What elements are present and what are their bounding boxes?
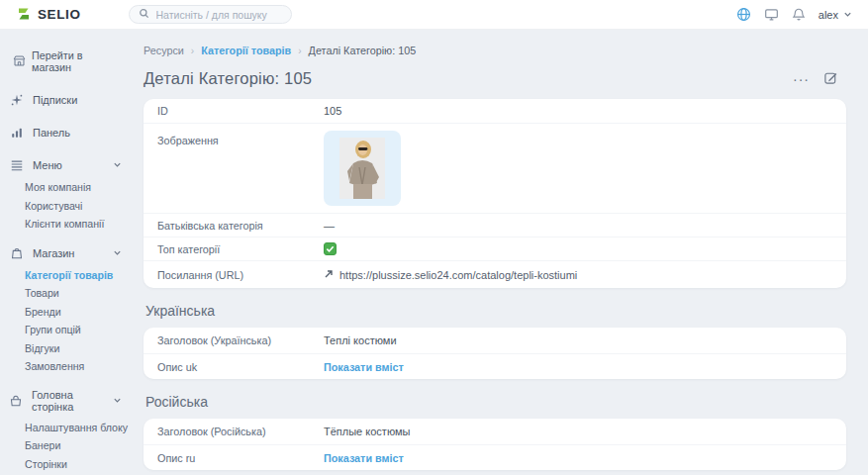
- sidebar-item-reviews[interactable]: Відгуки: [25, 339, 134, 358]
- row-label: ID: [157, 105, 324, 117]
- sidebar-item-brands[interactable]: Бренди: [25, 303, 134, 322]
- search-input[interactable]: [156, 9, 282, 21]
- detail-row-image: Зображення: [144, 123, 846, 213]
- page-title: Деталі Категорію: 105: [144, 69, 312, 88]
- breadcrumb-product-categories[interactable]: Категорії товарів: [201, 45, 291, 56]
- chevron-down-icon: [113, 247, 122, 259]
- global-search[interactable]: [129, 5, 292, 24]
- detail-row-url: Посилання (URL) https://plussize.selio24…: [144, 260, 846, 288]
- app-header: SELIO: [0, 0, 868, 30]
- section-title-russian: Російська: [145, 394, 846, 410]
- sidebar-group-label: Меню: [33, 159, 62, 171]
- chevron-down-icon: [843, 9, 852, 21]
- handbag-icon: [9, 394, 23, 408]
- row-label: Заголовок (Українська): [157, 334, 324, 346]
- sidebar-group-label: Панель: [33, 127, 70, 139]
- sidebar-item-subscriptions[interactable]: Підписки: [0, 87, 134, 113]
- detail-row-parent-category: Батьківська категорія —: [144, 213, 846, 237]
- sidebar-submenu-menu: Моя компанія Користувачі Клієнти компані…: [0, 178, 134, 234]
- top-category-checkbox[interactable]: [324, 242, 337, 255]
- edit-button[interactable]: [823, 70, 838, 88]
- edit-pencil-icon: [823, 70, 838, 88]
- main-content: Ресурси › Категорії товарів › Деталі Кат…: [134, 30, 868, 475]
- detail-row-title-ru: Заголовок (Російська) Тёплые костюмы: [144, 419, 846, 444]
- category-id-value: 105: [324, 105, 341, 117]
- breadcrumb-separator-icon: ›: [298, 46, 301, 56]
- sidebar-item-block-settings[interactable]: Налаштування блоку: [25, 419, 134, 437]
- row-label: Опис uk: [157, 361, 324, 373]
- breadcrumb-separator-icon: ›: [191, 46, 194, 56]
- notifications-bell-icon[interactable]: [792, 7, 806, 22]
- show-content-link-uk[interactable]: Показати вміст: [324, 361, 404, 373]
- ukrainian-card: Заголовок (Українська) Теплі костюми Опи…: [144, 328, 846, 379]
- sidebar-group-label: Магазин: [33, 247, 74, 259]
- sidebar-store-label: Перейти в магазин: [32, 49, 124, 73]
- sidebar-item-orders[interactable]: Замовлення: [25, 357, 134, 376]
- sidebar-item-users[interactable]: Користувачі: [25, 197, 134, 216]
- sidebar-submenu-home: Налаштування блоку Банери Сторінки Новин…: [0, 419, 134, 475]
- detail-row-title-uk: Заголовок (Українська) Теплі костюми: [144, 328, 846, 353]
- detail-row-description-ru: Опис ru Показати вміст: [144, 444, 846, 470]
- row-label: Заголовок (Російська): [157, 426, 324, 437]
- show-content-link-ru[interactable]: Показати вміст: [324, 452, 404, 464]
- section-title-ukrainian: Українська: [145, 303, 846, 319]
- display-icon[interactable]: [764, 7, 779, 22]
- row-label: Зображення: [157, 131, 324, 146]
- sidebar-item-menu[interactable]: Меню: [0, 152, 134, 178]
- sidebar-item-product-categories[interactable]: Категорії товарів: [25, 266, 134, 285]
- brand-logo[interactable]: SELIO: [16, 6, 81, 24]
- search-icon: [139, 8, 149, 21]
- external-link-icon: [324, 269, 334, 281]
- sidebar-item-home-page[interactable]: Головна сторінка: [0, 383, 134, 419]
- user-menu[interactable]: alex: [819, 9, 852, 21]
- language-globe-icon[interactable]: [736, 7, 751, 22]
- parent-category-value: —: [324, 220, 335, 232]
- sidebar: Перейти в магазин Підписки Панель: [0, 30, 134, 475]
- detail-row-id: ID 105: [144, 99, 846, 123]
- sparkles-icon: [9, 93, 24, 107]
- title-row: Деталі Категорію: 105 ···: [144, 69, 846, 88]
- row-label: Посилання (URL): [157, 269, 324, 281]
- sidebar-item-banners[interactable]: Банери: [25, 436, 134, 455]
- menu-icon: [9, 158, 24, 172]
- sidebar-item-shop[interactable]: Магазин: [0, 240, 134, 266]
- chevron-down-icon: [113, 159, 122, 171]
- breadcrumb-resources[interactable]: Ресурси: [144, 45, 184, 56]
- header-right: alex: [736, 7, 852, 22]
- sidebar-item-company-clients[interactable]: Клієнти компанії: [25, 215, 134, 234]
- category-url-link[interactable]: https://plussize.selio24.com/catalog/tep…: [324, 269, 577, 281]
- category-photo: [339, 138, 385, 199]
- sidebar-group-label: Головна сторінка: [32, 389, 104, 413]
- sidebar-item-go-to-store[interactable]: Перейти в магазин: [0, 46, 134, 77]
- sidebar-item-my-company[interactable]: Моя компанія: [25, 178, 134, 197]
- app-window: SELIO: [0, 0, 868, 475]
- user-name: alex: [819, 9, 838, 21]
- shopping-bag-icon: [9, 246, 24, 260]
- category-image-thumbnail[interactable]: [324, 131, 401, 206]
- title-ru-value: Тёплые костюмы: [324, 426, 410, 437]
- category-details-card: ID 105 Зображення: [144, 99, 846, 288]
- russian-card: Заголовок (Російська) Тёплые костюмы Опи…: [144, 419, 846, 470]
- title-actions: ···: [793, 70, 838, 88]
- row-label: Опис ru: [157, 452, 324, 464]
- sidebar-item-products[interactable]: Товари: [25, 284, 134, 303]
- breadcrumb: Ресурси › Категорії товарів › Деталі Кат…: [144, 45, 846, 56]
- detail-row-top-category: Топ категорії: [144, 237, 846, 260]
- sidebar-item-option-groups[interactable]: Групи опцій: [25, 321, 134, 339]
- more-actions-button[interactable]: ···: [793, 74, 810, 84]
- row-label: Топ категорії: [157, 243, 324, 255]
- category-url-text: https://plussize.selio24.com/catalog/tep…: [339, 269, 577, 281]
- sidebar-submenu-shop: Категорії товарів Товари Бренди Групи оп…: [0, 266, 134, 376]
- selio-logo-icon: [16, 6, 32, 24]
- bar-chart-icon: [9, 126, 24, 140]
- sidebar-item-pages[interactable]: Сторінки: [25, 455, 134, 474]
- storefront-icon: [13, 54, 26, 69]
- sidebar-item-dashboard[interactable]: Панель: [0, 120, 134, 145]
- detail-row-description-uk: Опис uk Показати вміст: [144, 353, 846, 379]
- breadcrumb-current: Деталі Категорію: 105: [309, 45, 417, 56]
- title-uk-value: Теплі костюми: [324, 334, 397, 346]
- row-label: Батьківська категорія: [157, 220, 324, 232]
- chevron-down-icon: [113, 395, 122, 407]
- sidebar-group-label: Підписки: [33, 94, 77, 106]
- brand-name: SELIO: [38, 7, 81, 22]
